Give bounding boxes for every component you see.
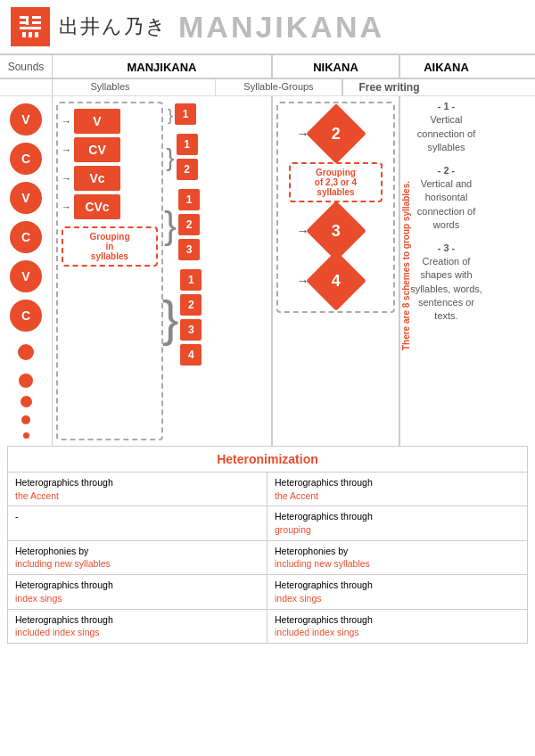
nikana-row-4: → 4 — [284, 259, 388, 302]
hetero-cell-1: Heterographics through the Accent — [8, 472, 268, 506]
numbers-column: } 1 } 1 2 } 1 2 — [167, 102, 197, 440]
num-1-cvc: 1 — [180, 269, 202, 291]
hetero-cell-3: - — [8, 506, 268, 540]
sounds-header: Sounds — [0, 55, 52, 78]
hetero-text-7: Heterographics through — [15, 579, 113, 590]
hetero-text-4: Heterographics through — [275, 511, 373, 522]
fw-text-3: Creation of shapes with syllables, words… — [406, 255, 487, 324]
arrow-v: → — [62, 116, 70, 127]
arrow-vc: → — [62, 173, 70, 184]
hetero-text-1: Heterographics through — [15, 477, 113, 488]
syllable-cvc-row: → CVc — [62, 194, 158, 219]
hetero-link-7: index sings — [15, 593, 62, 604]
arrow-cv: → — [62, 144, 70, 155]
nikana-column: → 2 Groupingof 2,3 or 4syllables → 3 → — [273, 96, 400, 446]
num-2-cvc: 2 — [180, 294, 202, 316]
dot-1 — [18, 344, 34, 360]
svg-rect-1 — [32, 16, 41, 19]
dot-4 — [21, 415, 30, 424]
hetero-grid: Heterographics through the Accent Hetero… — [8, 472, 527, 643]
hetero-cell-7: Heterographics through index sings — [8, 575, 268, 609]
sound-c1: C — [10, 143, 42, 175]
logo-box — [11, 7, 50, 46]
hetero-text-9: Heterographics through — [15, 614, 113, 625]
hetero-text-10: Heterographics through — [275, 614, 373, 625]
vertical-label-container: There are 8 schemes to group syllables. — [400, 123, 413, 408]
hetero-text-3: - — [15, 511, 19, 522]
logo-kanji: 出井ん乃き — [59, 13, 168, 40]
syllable-v: V — [74, 109, 120, 134]
sound-v3: V — [10, 260, 42, 292]
svg-rect-8 — [35, 32, 38, 37]
arrow-cvc: → — [62, 201, 70, 212]
num-2-cv: 2 — [177, 159, 198, 180]
sounds-column: V C V C V C — [0, 96, 52, 446]
sound-v2: V — [10, 182, 42, 214]
free-writing-subheader: Free writing — [343, 79, 435, 95]
fw-num-3: - 3 - — [406, 242, 487, 255]
syllable-cv: CV — [74, 137, 120, 162]
page-header: 出井ん乃き MANJIKANA — [0, 0, 535, 55]
hetero-text-6: Heterophonies by — [275, 546, 348, 556]
diamond-4: 4 — [306, 251, 366, 311]
fw-item-1: - 1 - Vertical connection of syllables — [406, 100, 487, 155]
hetero-text-2: Heterographics through — [275, 477, 373, 488]
dot-2 — [19, 374, 33, 388]
arrow-nik-3: → — [284, 224, 309, 238]
nikana-header: NIKANA — [273, 55, 400, 78]
column-headers: Sounds MANJIKANA NIKANA AIKANA — [0, 55, 535, 79]
syllable-vc: Vc — [74, 166, 120, 191]
nikana-row-3: → 3 — [284, 210, 388, 252]
aikana-column: - 1 - Vertical connection of syllables -… — [400, 96, 492, 446]
grouping-of-label: Groupingof 2,3 or 4syllables — [289, 162, 383, 202]
free-writing-section: - 1 - Vertical connection of syllables -… — [406, 100, 487, 324]
sound-c2: C — [10, 221, 42, 253]
hetero-link-6: including new syllables — [275, 558, 370, 569]
sound-c3: C — [10, 300, 42, 332]
hetero-text-5: Heterophonies by — [15, 546, 88, 556]
sound-v1: V — [10, 103, 42, 136]
syllable-vc-row: → Vc — [62, 166, 158, 191]
num-3-cvc: 3 — [180, 319, 202, 341]
aikana-header: AIKANA — [400, 55, 492, 78]
hetero-link-1: the Accent — [15, 490, 59, 501]
sh-sounds-spacer — [0, 79, 52, 95]
hetero-link-8: index sings — [275, 593, 322, 604]
fw-num-2: - 2 - — [406, 164, 487, 177]
syllables-dashed-box: → V → CV → Vc → CVc Groupinginsyllables — [56, 102, 163, 440]
dot-5 — [23, 432, 29, 439]
syllable-groups-subheader: Syllable-Groups — [216, 79, 343, 95]
svg-rect-3 — [20, 21, 29, 24]
logo-title: MANJIKANA — [178, 10, 384, 45]
syllable-cvc: CVc — [74, 194, 120, 219]
hetero-cell-9: Heterographics through included index si… — [8, 610, 268, 643]
syllable-v-row: → V — [62, 109, 158, 134]
hetero-cell-5: Heterophonies by including new syllables — [8, 541, 268, 575]
sh-nums-spacer — [168, 79, 216, 95]
num-3-vc: 3 — [178, 239, 200, 260]
svg-rect-5 — [20, 27, 41, 29]
hetero-cell-10: Heterographics through included index si… — [268, 610, 527, 643]
syllables-subheader: Syllables — [52, 79, 168, 95]
num-2-vc: 2 — [178, 214, 200, 235]
num-1-v: 1 — [175, 103, 196, 125]
manjikana-column: → V → CV → Vc → CVc Groupinginsyllables — [52, 96, 273, 446]
svg-rect-7 — [29, 32, 32, 37]
dot-3 — [21, 396, 32, 407]
hetero-link-9: included index sings — [15, 627, 100, 637]
arrow-nik-2: → — [284, 127, 309, 141]
logo-icon — [16, 12, 45, 41]
fw-item-3: - 3 - Creation of shapes with syllables,… — [406, 242, 487, 324]
hetero-title: Heteronimization — [8, 447, 527, 472]
num-1-vc: 1 — [178, 189, 200, 210]
hetero-text-8: Heterographics through — [275, 579, 373, 590]
syllable-cv-row: → CV — [62, 137, 158, 162]
hetero-link-5: including new syllables — [15, 558, 111, 569]
hetero-link-2: the Accent — [275, 490, 318, 501]
svg-rect-4 — [32, 21, 41, 24]
fw-text-2: Vertical and horisontal connection of wo… — [406, 177, 487, 233]
fw-item-2: - 2 - Vertical and horisontal connection… — [406, 164, 487, 233]
svg-rect-6 — [22, 32, 26, 37]
arrow-nik-4: → — [284, 274, 309, 288]
manjikana-header: MANJIKANA — [52, 55, 273, 78]
